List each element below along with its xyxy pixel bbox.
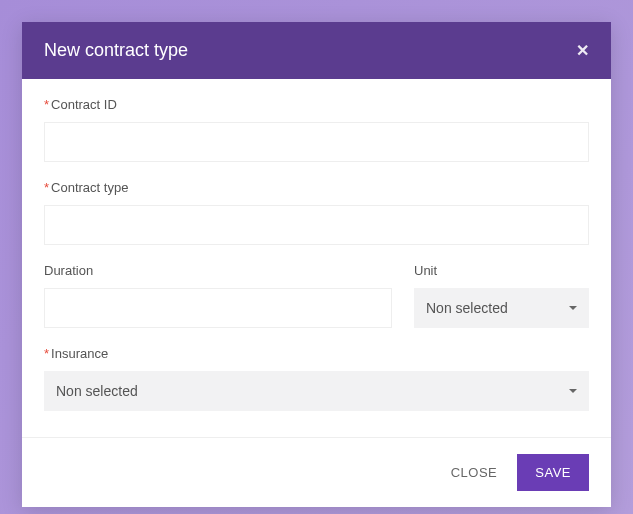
unit-select[interactable]: Non selected bbox=[414, 288, 589, 328]
field-duration: Duration bbox=[44, 263, 392, 328]
contract-id-input[interactable] bbox=[44, 122, 589, 162]
new-contract-type-modal: New contract type ✕ *Contract ID *Contra… bbox=[22, 22, 611, 507]
caret-down-icon bbox=[569, 306, 577, 310]
row-duration-unit: Duration Unit Non selected bbox=[44, 263, 589, 328]
contract-id-label: *Contract ID bbox=[44, 97, 589, 112]
duration-input[interactable] bbox=[44, 288, 392, 328]
duration-label: Duration bbox=[44, 263, 392, 278]
label-text: Contract type bbox=[51, 180, 128, 195]
modal-header: New contract type ✕ bbox=[22, 22, 611, 79]
insurance-selected-value: Non selected bbox=[56, 383, 138, 399]
modal-body: *Contract ID *Contract type Duration Uni… bbox=[22, 79, 611, 437]
insurance-select[interactable]: Non selected bbox=[44, 371, 589, 411]
unit-label: Unit bbox=[414, 263, 589, 278]
contract-type-input[interactable] bbox=[44, 205, 589, 245]
field-contract-type: *Contract type bbox=[44, 180, 589, 245]
caret-down-icon bbox=[569, 389, 577, 393]
required-marker: * bbox=[44, 346, 49, 361]
label-text: Contract ID bbox=[51, 97, 117, 112]
close-button[interactable]: CLOSE bbox=[445, 455, 504, 490]
modal-footer: CLOSE SAVE bbox=[22, 437, 611, 507]
field-unit: Unit Non selected bbox=[414, 263, 589, 328]
contract-type-label: *Contract type bbox=[44, 180, 589, 195]
field-insurance: *Insurance Non selected bbox=[44, 346, 589, 411]
required-marker: * bbox=[44, 97, 49, 112]
insurance-label: *Insurance bbox=[44, 346, 589, 361]
field-contract-id: *Contract ID bbox=[44, 97, 589, 162]
close-icon[interactable]: ✕ bbox=[576, 41, 589, 60]
unit-selected-value: Non selected bbox=[426, 300, 508, 316]
required-marker: * bbox=[44, 180, 49, 195]
label-text: Insurance bbox=[51, 346, 108, 361]
save-button[interactable]: SAVE bbox=[517, 454, 589, 491]
modal-title: New contract type bbox=[44, 40, 188, 61]
